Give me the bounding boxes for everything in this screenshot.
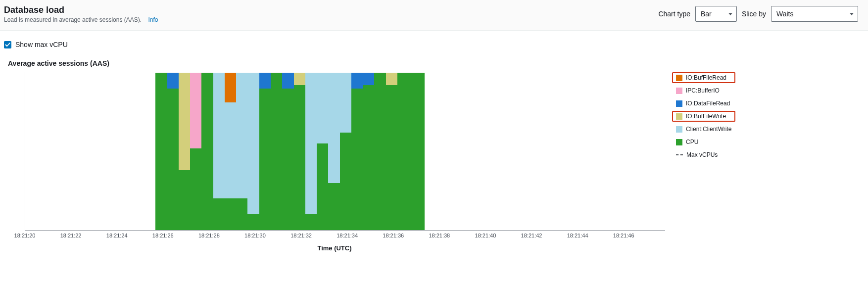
swatch-icon [676,113,682,120]
bar-segment-cpu [409,73,425,230]
legend-item-io-datafileread[interactable]: IO:DataFileRead [672,98,735,109]
show-max-vcpu-row: Show max vCPU [4,41,864,48]
chart-area: IO:BufFileReadIPC:BufferIOIO:DataFileRea… [4,72,864,231]
panel-body: Show max vCPU Average active sessions (A… [0,31,868,257]
chart-plot [25,72,665,231]
legend-item-client-clientwrite[interactable]: Client:ClientWrite [672,124,735,135]
legend-label: Max vCPUs [686,151,718,158]
x-tick: 18:21:42 [521,233,542,238]
page-title: Database load [4,5,158,15]
header-left: Database load Load is measured in averag… [4,5,158,23]
chart-type-select[interactable]: Bar [695,6,737,22]
swatch-icon [676,139,682,145]
swatch-icon [676,100,682,107]
x-tick: 18:21:36 [383,233,404,238]
x-tick: 18:21:20 [14,233,36,238]
panel-header: Database load Load is measured in averag… [0,0,868,31]
dash-icon [676,154,683,155]
x-tick: 18:21:24 [106,233,128,238]
slice-by-label: Slice by [742,10,766,18]
chart-x-axis: 18:21:2018:21:2218:21:2418:21:2618:21:28… [25,231,665,238]
subtitle-text: Load is measured in average active sessi… [4,16,142,23]
legend-item-ipc-bufferio[interactable]: IPC:BufferIO [672,85,735,96]
x-tick: 18:21:46 [613,233,634,238]
page-subtitle: Load is measured in average active sessi… [4,16,158,23]
check-icon [5,42,10,47]
database-load-panel: Database load Load is measured in averag… [0,0,868,257]
bar[interactable] [409,73,425,230]
legend-label: IPC:BufferIO [686,87,720,94]
legend-item-io-buffilewrite[interactable]: IO:BufFileWrite [672,111,735,122]
legend-label: IO:DataFileRead [686,100,730,107]
show-max-vcpu-checkbox[interactable] [4,41,11,48]
x-tick: 18:21:32 [290,233,312,238]
x-tick: 18:21:30 [244,233,266,238]
chart-type-value: Bar [701,10,712,18]
legend-label: Client:ClientWrite [686,126,731,133]
chart-bars [25,72,665,230]
x-tick: 18:21:28 [198,233,220,238]
slice-by-select[interactable]: Waits [771,6,858,22]
x-tick: 18:21:40 [475,233,496,238]
swatch-icon [676,88,682,94]
legend-label: IO:BufFileRead [686,74,726,81]
x-tick: 18:21:34 [337,233,358,238]
show-max-vcpu-label: Show max vCPU [15,41,68,48]
legend-item-maxvcpus[interactable]: Max vCPUs [672,149,735,160]
x-tick: 18:21:44 [567,233,588,238]
caret-down-icon [850,13,854,15]
caret-down-icon [728,13,732,15]
chart-x-label: Time (UTC) [4,244,665,252]
chart-title: Average active sessions (AAS) [8,59,864,67]
header-controls: Chart type Bar Slice by Waits [658,5,858,22]
legend-item-cpu[interactable]: CPU [672,137,735,147]
x-tick: 18:21:38 [429,233,450,238]
swatch-icon [676,75,682,81]
legend-item-io-buffileread[interactable]: IO:BufFileRead [672,72,735,83]
chart-type-label: Chart type [658,10,690,18]
legend-label: IO:BufFileWrite [686,113,726,120]
swatch-icon [676,126,682,133]
x-tick: 18:21:22 [60,233,82,238]
chart-legend: IO:BufFileReadIPC:BufferIOIO:DataFileRea… [672,72,735,160]
slice-by-value: Waits [776,10,793,18]
info-link[interactable]: Info [148,16,158,23]
legend-label: CPU [686,139,698,145]
x-tick: 18:21:26 [152,233,174,238]
